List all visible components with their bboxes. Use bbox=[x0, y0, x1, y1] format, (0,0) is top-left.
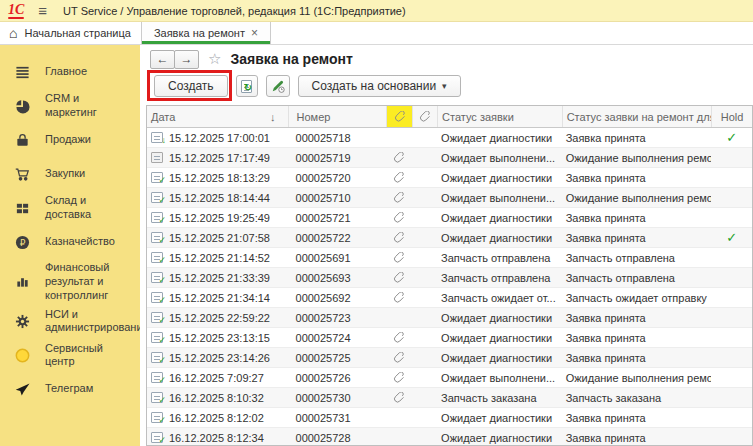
table-row[interactable]: 15.12.2025 17:17:49000025719Ожидает выпо… bbox=[147, 148, 752, 168]
cell-hold bbox=[711, 308, 752, 327]
cell-date: 15.12.2025 17:17:49 bbox=[147, 148, 288, 167]
chevron-down-icon: ▾ bbox=[442, 81, 447, 91]
copy-button[interactable]: ↻ bbox=[236, 75, 258, 97]
date-text: 15.12.2025 17:00:01 bbox=[169, 132, 270, 144]
page-title: Заявка на ремонт bbox=[230, 51, 352, 67]
table-row[interactable]: 16.12.2025 8:10:32000025730Запчасть зака… bbox=[147, 388, 752, 408]
create-button[interactable]: Создать bbox=[154, 75, 228, 97]
cell-client-status: Заявка принята bbox=[562, 308, 711, 327]
paperclip-icon bbox=[393, 152, 405, 164]
sidebar-item-3[interactable]: Продажи bbox=[0, 123, 140, 157]
document-status-icon bbox=[151, 412, 163, 423]
column-header-attachment-highlighted[interactable] bbox=[386, 106, 412, 127]
table-row[interactable]: 15.12.2025 22:59:22000025723Ожидает диаг… bbox=[147, 308, 752, 328]
cell-number: 000025728 bbox=[288, 428, 387, 446]
home-page-button[interactable]: ⌂ Начальная страница bbox=[0, 22, 141, 44]
favorite-star-icon[interactable]: ☆ bbox=[208, 50, 221, 68]
tab-label: Заявка на ремонт bbox=[154, 27, 245, 39]
document-status-icon bbox=[151, 252, 163, 263]
cell-number: 000025725 bbox=[288, 348, 387, 367]
svg-text:₽: ₽ bbox=[20, 237, 26, 247]
sidebar-item-6[interactable]: ₽Казначейство bbox=[0, 225, 140, 259]
sidebar-item-8[interactable]: НСИ и администрирование bbox=[0, 304, 140, 338]
date-text: 15.12.2025 21:07:58 bbox=[169, 232, 270, 244]
column-header-attachment[interactable] bbox=[412, 106, 437, 127]
sidebar-item-label: Сервисный центр bbox=[45, 342, 134, 370]
cell-date: 16.12.2025 8:10:32 bbox=[147, 388, 288, 407]
paperclip-icon bbox=[393, 332, 405, 344]
cell-attachment-2 bbox=[412, 308, 437, 327]
cell-attachment bbox=[386, 128, 412, 147]
document-status-icon bbox=[151, 372, 163, 383]
cell-hold bbox=[711, 408, 752, 427]
date-text: 16.12.2025 7:09:27 bbox=[169, 372, 264, 384]
sidebar-item-10[interactable]: Телеграм bbox=[0, 372, 140, 406]
cell-status: Ожидает диагностики bbox=[437, 348, 562, 367]
table-row[interactable]: 16.12.2025 8:12:02000025731Ожидает диагн… bbox=[147, 408, 752, 428]
column-header-status[interactable]: Статус заявки bbox=[437, 106, 562, 127]
cell-attachment-2 bbox=[412, 388, 437, 407]
cell-status: Запчасть заказана bbox=[437, 388, 562, 407]
set-status-button[interactable] bbox=[266, 75, 290, 97]
cell-status: Ожидает выполнени... bbox=[437, 148, 562, 167]
cell-client-status: Ожидание выполнения ремонта bbox=[562, 148, 711, 167]
hold-check-icon: ✓ bbox=[726, 230, 737, 245]
sidebar-item-label: Склад и доставка bbox=[45, 194, 134, 222]
cell-status: Ожидает выполнени... bbox=[437, 368, 562, 387]
cell-attachment-2 bbox=[412, 228, 437, 247]
table-row[interactable]: 15.12.2025 21:33:39000025693Запчасть отп… bbox=[147, 268, 752, 288]
table-row[interactable]: 16.12.2025 7:09:27000025726Ожидает выпол… bbox=[147, 368, 752, 388]
date-text: 16.12.2025 8:12:34 bbox=[169, 432, 264, 444]
cell-number: 000025718 bbox=[288, 128, 387, 147]
cell-status: Ожидает диагностики bbox=[437, 208, 562, 227]
document-status-icon bbox=[151, 172, 163, 183]
sidebar-item-1[interactable]: Главное bbox=[0, 55, 140, 89]
table-row[interactable]: 15.12.2025 18:14:44000025710Ожидает выпо… bbox=[147, 188, 752, 208]
cell-attachment-2 bbox=[412, 168, 437, 187]
sidebar-item-label: CRM и маркетинг bbox=[45, 92, 134, 120]
forward-button[interactable]: → bbox=[174, 50, 199, 69]
table-row[interactable]: 15.12.2025 18:13:29000025720Ожидает диаг… bbox=[147, 168, 752, 188]
paperclip-icon bbox=[393, 232, 405, 244]
sidebar-item-5[interactable]: Склад и доставка bbox=[0, 191, 140, 225]
cell-number: 000025720 bbox=[288, 168, 387, 187]
main-menu-icon[interactable]: ≡ bbox=[38, 3, 47, 18]
table-row[interactable]: 15.12.2025 23:14:26000025725Ожидает диаг… bbox=[147, 348, 752, 368]
tab-repair-request[interactable]: Заявка на ремонт × bbox=[141, 22, 271, 44]
cell-attachment-2 bbox=[412, 408, 437, 427]
circle-icon bbox=[15, 348, 30, 363]
table-row[interactable]: 15.12.2025 19:25:49000025721Ожидает диаг… bbox=[147, 208, 752, 228]
navigation-row: ← → ☆ Заявка на ремонт bbox=[150, 49, 353, 69]
paperclip-icon bbox=[419, 111, 431, 123]
column-header-date[interactable]: Дата ↓ bbox=[147, 106, 288, 127]
cell-status: Ожидает диагностики bbox=[437, 308, 562, 327]
sidebar-item-4[interactable]: Закупки bbox=[0, 157, 140, 191]
paperclip-icon bbox=[394, 111, 406, 123]
table-row[interactable]: 16.12.2025 8:12:34000025728Ожидает диагн… bbox=[147, 428, 752, 446]
cell-date: 15.12.2025 23:14:26 bbox=[147, 348, 288, 367]
table-row[interactable]: 15.12.2025 21:07:58000025722Ожидает диаг… bbox=[147, 228, 752, 248]
plane-icon bbox=[15, 382, 30, 397]
sidebar-item-9[interactable]: Сервисный центр bbox=[0, 338, 140, 372]
table-row[interactable]: 15.12.2025 21:14:52000025691Запчасть отп… bbox=[147, 248, 752, 268]
sidebar-item-7[interactable]: Финансовый результат и контроллинг bbox=[0, 259, 140, 304]
column-header-client-status[interactable]: Статус заявки на ремонт для кл... bbox=[562, 106, 711, 127]
table-row[interactable]: 15.12.2025 21:34:14000025692Запчасть ожи… bbox=[147, 288, 752, 308]
grid-icon bbox=[15, 201, 30, 216]
create-based-on-button[interactable]: Создать на основании ▾ bbox=[298, 75, 461, 97]
column-header-hold[interactable]: Hold bbox=[711, 106, 752, 127]
cell-hold bbox=[711, 368, 752, 387]
tab-close-icon[interactable]: × bbox=[251, 26, 258, 40]
column-header-number[interactable]: Номер bbox=[288, 106, 387, 127]
cell-client-status: Запчасть отправлена bbox=[562, 268, 711, 287]
date-text: 15.12.2025 21:34:14 bbox=[169, 292, 270, 304]
sidebar-item-2[interactable]: CRM и маркетинг bbox=[0, 89, 140, 123]
cell-date: 16.12.2025 7:09:27 bbox=[147, 368, 288, 387]
cell-client-status: Ожидание выполнения ремонта bbox=[562, 188, 711, 207]
table-row[interactable]: 15.12.2025 23:13:15000025724Ожидает диаг… bbox=[147, 328, 752, 348]
cell-attachment bbox=[386, 408, 412, 427]
cell-attachment bbox=[386, 288, 412, 307]
back-button[interactable]: ← bbox=[150, 50, 175, 69]
paperclip-icon bbox=[393, 272, 405, 284]
table-row[interactable]: 15.12.2025 17:00:01000025718Ожидает диаг… bbox=[147, 128, 752, 148]
